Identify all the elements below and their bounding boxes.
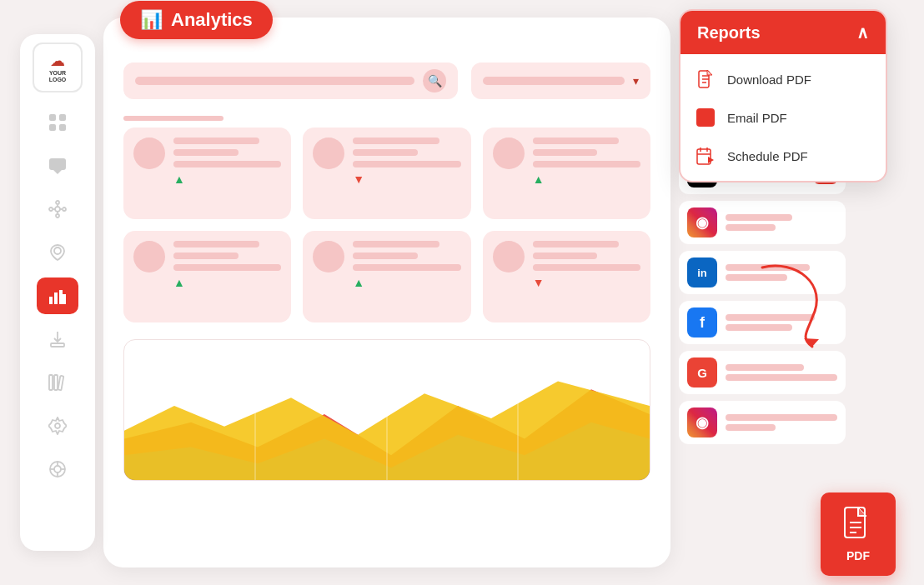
search-area: 🔍 ▾ bbox=[123, 62, 650, 99]
social-bar bbox=[726, 224, 776, 231]
social-bar-area bbox=[726, 364, 837, 381]
card-3[interactable]: ▲ bbox=[483, 128, 650, 219]
card-line bbox=[353, 252, 418, 259]
card-5[interactable]: ▲ bbox=[303, 231, 470, 322]
report-item-schedule-pdf[interactable]: Schedule PDF bbox=[694, 141, 872, 171]
card-avatar-5 bbox=[313, 241, 344, 272]
email-pdf-icon bbox=[694, 106, 717, 129]
social-bar bbox=[726, 414, 837, 421]
svg-rect-22 bbox=[54, 375, 58, 390]
chevron-up-icon: ∧ bbox=[856, 22, 869, 42]
sidebar-item-downloads[interactable] bbox=[37, 321, 78, 358]
card-line bbox=[173, 138, 259, 144]
schedule-pdf-label: Schedule PDF bbox=[727, 149, 808, 163]
instagram2-icon: ◉ bbox=[687, 408, 717, 438]
linkedin-icon: in bbox=[687, 258, 717, 288]
card-4[interactable]: ▲ bbox=[123, 231, 291, 322]
sidebar-item-network[interactable] bbox=[37, 191, 78, 228]
svg-rect-19 bbox=[63, 294, 66, 304]
svg-rect-3 bbox=[59, 124, 66, 131]
card-avatar-6 bbox=[493, 241, 525, 272]
card-trend-2: ▼ bbox=[353, 172, 460, 186]
svg-point-26 bbox=[54, 466, 61, 472]
facebook2-icon: f bbox=[687, 308, 717, 338]
download-pdf-icon bbox=[694, 68, 717, 91]
social-row-google[interactable]: G bbox=[679, 351, 846, 394]
arrow-decoration bbox=[746, 251, 846, 351]
report-item-email-pdf[interactable]: Email PDF bbox=[694, 102, 872, 132]
search-icon: 🔍 bbox=[423, 69, 446, 92]
report-item-download-pdf[interactable]: Download PDF bbox=[694, 64, 872, 94]
svg-marker-5 bbox=[53, 170, 62, 174]
social-row-instagram2[interactable]: ◉ bbox=[679, 401, 846, 444]
card-line bbox=[173, 241, 259, 248]
pdf-download-button[interactable]: PDF bbox=[821, 492, 896, 576]
svg-point-9 bbox=[56, 201, 59, 204]
reports-header[interactable]: Reports ∧ bbox=[680, 11, 886, 54]
pdf-symbol-icon bbox=[843, 506, 873, 546]
svg-rect-20 bbox=[51, 343, 64, 347]
svg-rect-18 bbox=[59, 290, 63, 304]
svg-point-8 bbox=[63, 208, 66, 211]
svg-rect-17 bbox=[54, 292, 58, 304]
card-content-5: ▲ bbox=[353, 241, 460, 289]
google-icon: G bbox=[687, 358, 717, 388]
card-6[interactable]: ▼ bbox=[483, 231, 650, 322]
analytics-header-tag: 📊 Analytics bbox=[120, 1, 273, 39]
svg-rect-4 bbox=[49, 158, 66, 170]
card-line bbox=[173, 264, 281, 271]
card-line bbox=[533, 149, 598, 156]
svg-rect-2 bbox=[49, 124, 56, 131]
card-content-6: ▼ bbox=[533, 241, 640, 289]
sidebar-item-settings[interactable] bbox=[37, 408, 78, 444]
card-trend-3: ▲ bbox=[533, 172, 640, 186]
pdf-label: PDF bbox=[846, 549, 870, 562]
svg-point-6 bbox=[55, 207, 60, 212]
social-bar bbox=[726, 364, 804, 371]
social-bar bbox=[726, 374, 837, 381]
card-line bbox=[353, 161, 460, 168]
svg-rect-0 bbox=[49, 114, 56, 121]
sidebar-item-messages[interactable] bbox=[37, 148, 78, 184]
reports-menu: Download PDF Email PDF Schedule PDF bbox=[680, 54, 886, 181]
reports-dropdown: Reports ∧ Download PDF Email PDF Sched bbox=[679, 9, 887, 182]
svg-rect-1 bbox=[59, 114, 66, 121]
card-line bbox=[353, 241, 439, 248]
search-fill bbox=[135, 77, 414, 85]
card-line bbox=[533, 252, 598, 259]
svg-marker-41 bbox=[707, 70, 712, 75]
cards-grid: ▲ ▼ ▲ bbox=[123, 128, 650, 322]
main-panel: 🔍 ▾ ▲ bbox=[103, 18, 670, 568]
download-pdf-label: Download PDF bbox=[727, 72, 811, 87]
social-bar-area bbox=[726, 214, 837, 231]
logo-text: YOURLOGO bbox=[49, 70, 67, 84]
svg-point-24 bbox=[55, 423, 60, 428]
logo-area: ☁ YOURLOGO bbox=[33, 42, 83, 92]
card-line bbox=[533, 161, 640, 168]
social-row-instagram[interactable]: ◉ bbox=[679, 201, 846, 244]
card-content-1: ▲ bbox=[173, 138, 281, 186]
card-line bbox=[173, 161, 281, 168]
card-1[interactable]: ▲ bbox=[123, 128, 291, 219]
scene: 📊 Analytics ☁ YOURLOGO bbox=[20, 18, 904, 568]
svg-point-7 bbox=[49, 208, 53, 211]
sidebar-item-library[interactable] bbox=[37, 364, 78, 401]
card-content-4: ▲ bbox=[173, 241, 281, 289]
sidebar-item-dashboard[interactable] bbox=[37, 104, 78, 141]
card-line bbox=[353, 138, 439, 144]
dropdown-box[interactable]: ▾ bbox=[471, 62, 650, 99]
card-trend-4: ▲ bbox=[173, 276, 281, 289]
social-bar bbox=[726, 424, 776, 431]
card-2[interactable]: ▼ bbox=[303, 128, 470, 219]
sidebar-item-location[interactable] bbox=[37, 234, 78, 271]
card-line bbox=[533, 241, 619, 248]
card-avatar-1 bbox=[133, 138, 165, 169]
card-avatar-2 bbox=[313, 138, 344, 169]
sidebar-item-support[interactable] bbox=[37, 451, 78, 488]
card-trend-6: ▼ bbox=[533, 276, 640, 289]
sidebar-item-analytics[interactable] bbox=[37, 278, 78, 314]
reports-title: Reports bbox=[697, 23, 761, 42]
card-line bbox=[173, 149, 239, 156]
search-box[interactable]: 🔍 bbox=[123, 62, 458, 99]
logo-cloud-icon: ☁ bbox=[50, 52, 65, 70]
